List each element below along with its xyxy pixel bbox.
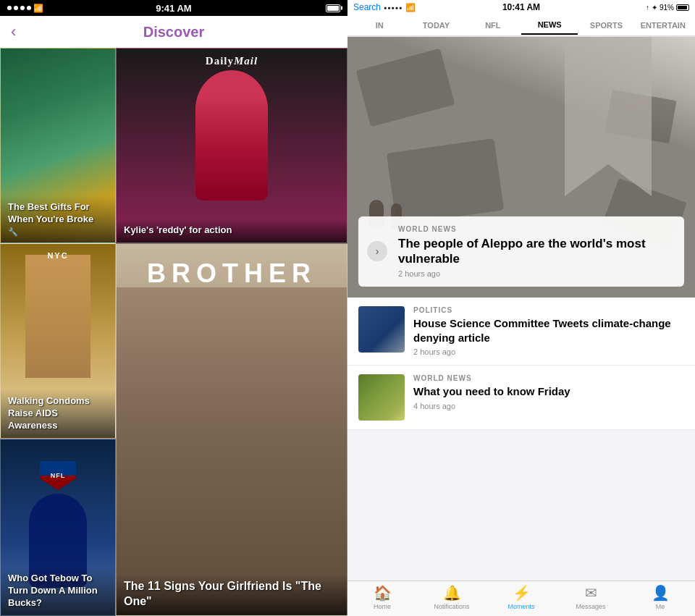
tab-me-label: Me bbox=[656, 603, 665, 610]
status-bar-left: 📶 9:41 AM bbox=[0, 0, 348, 16]
signal-dots-right: ●●●●● bbox=[384, 5, 403, 10]
gps-icon: ↑ bbox=[646, 4, 649, 12]
moments-icon: ⚡ bbox=[513, 584, 531, 602]
tab-messages-label: Messages bbox=[576, 603, 605, 610]
tab-moments-label: Moments bbox=[507, 603, 534, 610]
news-time-0: 2 hours ago bbox=[413, 347, 684, 356]
dot4 bbox=[27, 6, 31, 10]
nfl-text: NFL bbox=[51, 472, 66, 479]
status-left-items: Search ●●●●● 📶 bbox=[353, 2, 416, 12]
tab-today[interactable]: TODAY bbox=[408, 17, 464, 34]
news-headline-0: House Science Committee Tweets climate-c… bbox=[413, 316, 684, 345]
right-top-bar: Search ●●●●● 📶 10:41 AM ↑ ✦ 91% IN TODAY… bbox=[348, 0, 695, 37]
status-bar-right: Search ●●●●● 📶 10:41 AM ↑ ✦ 91% bbox=[348, 0, 695, 14]
tab-in[interactable]: IN bbox=[351, 17, 408, 34]
daily-mail-logo: DailyMail bbox=[206, 55, 258, 67]
news-category-1: WORLD NEWS bbox=[413, 374, 684, 382]
discover-title: Discover bbox=[143, 24, 205, 41]
hero-card[interactable]: › WORLD NEWS The people of Aleppo are th… bbox=[358, 216, 684, 287]
back-button[interactable]: ‹ bbox=[11, 22, 16, 41]
daily-mail-brand: DailyMail bbox=[117, 54, 347, 67]
tab-entertain[interactable]: ENTERTAIN bbox=[635, 17, 691, 34]
brother-title: The 11 Signs Your Girlfriend Is "The One… bbox=[124, 579, 340, 609]
signal-dots: 📶 bbox=[7, 4, 43, 13]
battery-pct: 91% bbox=[660, 4, 674, 12]
daily-mail-title: Kylie's 'reddy' for action bbox=[124, 224, 340, 237]
news-thumb-1 bbox=[358, 374, 405, 421]
cell-nyc-top[interactable]: NYC Walking Condoms Raise AIDS Awareness bbox=[0, 243, 116, 439]
cell-nfl[interactable]: NFL Who Got Tebow To Turn Down A Million… bbox=[0, 439, 116, 616]
battery-indicator bbox=[326, 4, 340, 12]
bluetooth-icon: ✦ bbox=[652, 4, 657, 12]
news-item-1[interactable]: WORLD NEWS What you need to know Friday … bbox=[348, 366, 695, 430]
discover-grid: The Best Gifts For When You're Broke 🔧 D… bbox=[0, 48, 348, 616]
me-icon: 👤 bbox=[652, 584, 670, 602]
dot2 bbox=[14, 6, 18, 10]
news-item-0[interactable]: POLITICS House Science Committee Tweets … bbox=[348, 298, 695, 366]
discover-header: ‹ Discover bbox=[0, 16, 348, 48]
cell-sweet-gifts[interactable]: The Best Gifts For When You're Broke 🔧 bbox=[0, 48, 116, 243]
news-content-1: WORLD NEWS What you need to know Friday … bbox=[413, 374, 684, 421]
nav-tabs: IN TODAY NFL NEWS SPORTS ENTERTAIN bbox=[348, 14, 695, 36]
bottom-tab-bar: 🏠 Home 🔔 Notifications ⚡ Moments ✉ Messa… bbox=[348, 581, 695, 616]
news-content-0: POLITICS House Science Committee Tweets … bbox=[413, 306, 684, 356]
nfl-overlay: Who Got Tebow To Turn Down A Million Buc… bbox=[1, 567, 115, 615]
hero-overlay: › WORLD NEWS The people of Aleppo are th… bbox=[348, 206, 695, 298]
daily-mail-overlay: Kylie's 'reddy' for action bbox=[117, 219, 347, 242]
battery-bar bbox=[676, 4, 689, 11]
status-icons-right: ↑ ✦ 91% bbox=[646, 4, 689, 12]
sweet-gifts-title: The Best Gifts For When You're Broke bbox=[8, 201, 108, 226]
cell-daily-mail[interactable]: DailyMail Kylie's 'reddy' for action bbox=[116, 48, 348, 243]
brother-couple bbox=[117, 287, 347, 616]
nyc-top-title: Walking Condoms Raise AIDS Awareness bbox=[8, 395, 108, 432]
wifi-icon: 📶 bbox=[33, 4, 43, 13]
time-display-right: 10:41 AM bbox=[502, 2, 540, 12]
tab-home-label: Home bbox=[374, 603, 391, 610]
notifications-icon: 🔔 bbox=[443, 584, 461, 602]
daily-mail-figure bbox=[195, 70, 268, 201]
sweet-gifts-overlay: The Best Gifts For When You're Broke 🔧 bbox=[1, 195, 115, 242]
news-list: POLITICS House Science Committee Tweets … bbox=[348, 298, 695, 430]
tab-sports[interactable]: SPORTS bbox=[578, 17, 634, 34]
news-category-0: POLITICS bbox=[413, 306, 684, 314]
brother-overlay: The 11 Signs Your Girlfriend Is "The One… bbox=[117, 573, 347, 615]
cell-brother[interactable]: BROTHER The 11 Signs Your Girlfriend Is … bbox=[116, 243, 348, 616]
dot3 bbox=[20, 6, 25, 10]
sweet-gifts-icon: 🔧 bbox=[8, 227, 108, 237]
time-display-left: 9:41 AM bbox=[156, 3, 191, 14]
messages-icon: ✉ bbox=[585, 584, 597, 602]
brother-brand: BROTHER bbox=[117, 258, 347, 289]
hero-card-arrow[interactable]: › bbox=[367, 241, 387, 261]
nyc-top-overlay: Walking Condoms Raise AIDS Awareness bbox=[1, 389, 115, 438]
hero-headline: The people of Aleppo are the world's mos… bbox=[398, 236, 675, 267]
tab-home[interactable]: 🏠 Home bbox=[348, 584, 417, 613]
tab-messages[interactable]: ✉ Messages bbox=[556, 584, 626, 613]
tab-notifications-label: Notifications bbox=[434, 603, 469, 610]
search-label[interactable]: Search bbox=[353, 2, 381, 12]
battery-fill bbox=[327, 6, 339, 11]
nyc-top-label: NYC bbox=[1, 251, 115, 260]
home-icon: 🏠 bbox=[374, 584, 392, 602]
tab-me[interactable]: 👤 Me bbox=[626, 584, 695, 613]
news-thumb-0 bbox=[358, 306, 405, 353]
tab-moments[interactable]: ⚡ Moments bbox=[486, 584, 556, 613]
dot1 bbox=[7, 6, 12, 10]
hero-section[interactable]: › WORLD NEWS The people of Aleppo are th… bbox=[348, 37, 695, 298]
right-panel: Search ●●●●● 📶 10:41 AM ↑ ✦ 91% IN TODAY… bbox=[348, 0, 695, 616]
hero-time: 2 hours ago bbox=[398, 269, 675, 278]
tab-nfl[interactable]: NFL bbox=[465, 17, 521, 34]
battery-icon bbox=[326, 4, 340, 12]
wifi-right-icon: 📶 bbox=[405, 3, 416, 12]
nfl-title: Who Got Tebow To Turn Down A Million Buc… bbox=[8, 573, 108, 609]
hero-category: WORLD NEWS bbox=[398, 225, 675, 233]
news-headline-1: What you need to know Friday bbox=[413, 384, 684, 399]
left-panel: 📶 9:41 AM ‹ Discover The Best Gifts For … bbox=[0, 0, 348, 616]
news-time-1: 4 hours ago bbox=[413, 402, 684, 410]
nyc-figure bbox=[25, 255, 90, 378]
tab-news[interactable]: NEWS bbox=[521, 16, 578, 35]
nfl-shield: NFL bbox=[40, 461, 76, 490]
tab-notifications[interactable]: 🔔 Notifications bbox=[417, 584, 486, 613]
